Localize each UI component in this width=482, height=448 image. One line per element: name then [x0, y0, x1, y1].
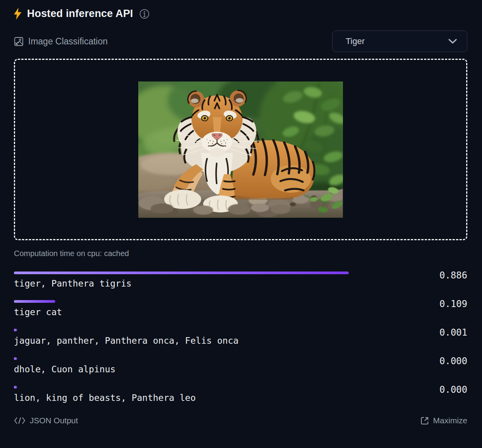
code-icon	[14, 417, 25, 424]
result-bar-fill	[14, 357, 17, 360]
example-selector[interactable]: Tiger	[332, 31, 467, 52]
result-row: tiger, Panthera tigris 0.886	[14, 272, 467, 288]
computation-time: Computation time on cpu: cached	[14, 249, 467, 258]
maximize-label: Maximize	[433, 416, 467, 425]
image-classification-icon	[14, 37, 24, 46]
inference-widget: Hosted inference API Image Classificatio…	[0, 0, 482, 448]
result-row: jaguar, panther, Panthera onca, Felis on…	[14, 329, 467, 346]
tiger-photo	[138, 81, 343, 218]
result-bar-track	[14, 329, 392, 331]
result-bar-track	[14, 386, 392, 389]
maximize-button[interactable]: Maximize	[421, 416, 467, 425]
task-type: Image Classification	[14, 36, 108, 47]
result-bar-fill	[14, 329, 17, 331]
result-label: jaguar, panther, Panthera onca, Felis on…	[14, 336, 440, 346]
image-drop-area[interactable]	[14, 59, 467, 240]
json-output-button[interactable]: JSON Output	[14, 416, 78, 425]
result-score: 0.001	[440, 327, 467, 338]
result-label: dhole, Cuon alpinus	[14, 364, 440, 374]
json-output-label: JSON Output	[30, 416, 78, 425]
widget-footer: JSON Output Maximize	[14, 416, 467, 425]
results-list: tiger, Panthera tigris 0.886 tiger cat 0…	[14, 272, 467, 403]
result-bar-fill	[14, 386, 17, 389]
result-row: tiger cat 0.109	[14, 300, 467, 317]
result-score: 0.109	[440, 299, 467, 309]
result-row: lion, king of beasts, Panthera leo 0.000	[14, 386, 467, 403]
lightning-icon	[14, 8, 22, 20]
result-bar-track	[14, 357, 392, 360]
info-icon[interactable]	[139, 8, 150, 19]
result-label: tiger cat	[14, 307, 440, 317]
maximize-icon	[421, 417, 429, 425]
result-label: tiger, Panthera tigris	[14, 278, 440, 288]
widget-header: Hosted inference API	[14, 8, 467, 20]
result-bar-fill	[14, 272, 349, 274]
example-selector-value: Tiger	[346, 36, 365, 46]
result-score: 0.886	[440, 270, 467, 281]
result-bar-track	[14, 272, 392, 274]
result-row: dhole, Cuon alpinus 0.000	[14, 357, 467, 374]
task-row: Image Classification Tiger	[14, 31, 467, 52]
result-bar-track	[14, 300, 392, 303]
result-bar-fill	[14, 300, 55, 303]
chevron-down-icon	[448, 39, 457, 44]
task-label: Image Classification	[28, 36, 108, 47]
result-score: 0.000	[440, 384, 467, 395]
result-label: lion, king of beasts, Panthera leo	[14, 393, 440, 403]
result-score: 0.000	[440, 356, 467, 367]
page-title: Hosted inference API	[27, 8, 133, 20]
